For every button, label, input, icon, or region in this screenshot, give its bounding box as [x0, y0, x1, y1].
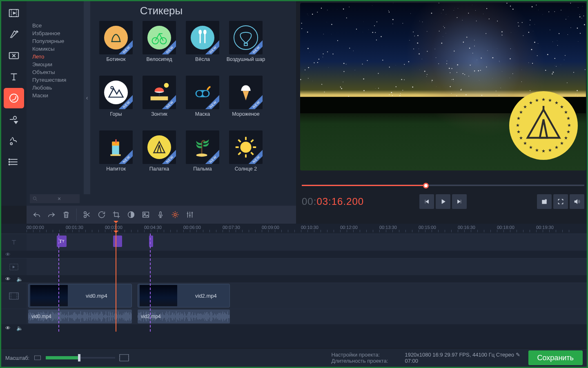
sticker-tile[interactable]: NEWПальма	[181, 130, 224, 184]
svg-point-122	[555, 58, 555, 59]
preview-scrubber[interactable]	[302, 181, 584, 189]
category-item[interactable]: Лето	[32, 53, 84, 61]
svg-point-207	[375, 88, 376, 89]
svg-text:★: ★	[555, 100, 559, 105]
svg-rect-387	[79, 314, 79, 319]
sticker-tile[interactable]: NEWМороженое	[224, 76, 267, 130]
category-item[interactable]: Объекты	[32, 68, 84, 76]
category-item[interactable]: Комиксы	[32, 45, 84, 53]
sticker-tile[interactable]: NEWГоры	[94, 76, 138, 130]
rail-media[interactable]	[4, 3, 24, 23]
sticker-tile[interactable]: NEWВелосипед	[138, 21, 181, 75]
rail-stickers[interactable]	[4, 88, 24, 108]
prev-frame-button[interactable]	[419, 194, 434, 209]
fullscreen-button[interactable]	[553, 194, 568, 209]
zoom-out-icon[interactable]	[33, 355, 42, 361]
sticker-tile[interactable]: NEWПалатка	[138, 130, 181, 184]
visibility-icon[interactable]: 👁	[5, 251, 11, 258]
popout-button[interactable]	[537, 194, 552, 209]
undo-button[interactable]	[30, 208, 44, 222]
category-item[interactable]: Популярные	[32, 37, 84, 45]
collapse-categories[interactable]: ‹	[84, 1, 90, 194]
sticker-tile[interactable]: NEWЗонтик	[138, 76, 181, 130]
svg-point-272	[486, 8, 487, 9]
split-button[interactable]	[80, 208, 94, 222]
edit-settings-icon[interactable]: ✎	[516, 352, 520, 358]
rail-filters[interactable]	[4, 24, 24, 45]
zoom-slider[interactable]	[46, 357, 115, 359]
svg-rect-505	[181, 314, 181, 319]
play-button[interactable]	[436, 194, 450, 209]
zoom-control[interactable]: Масштаб:	[5, 354, 129, 361]
category-item[interactable]: Все	[32, 22, 84, 29]
delete-button[interactable]	[59, 208, 73, 222]
svg-text:★: ★	[567, 123, 571, 128]
category-item[interactable]: Любовь	[32, 84, 84, 92]
svg-rect-375	[69, 315, 69, 317]
sticker-tile[interactable]: NEWВёсла	[181, 21, 224, 75]
video-track[interactable]: vid0.mp4vid2.mp4	[27, 283, 587, 309]
preview-sticker-tent[interactable]: ★★★★★★★★★★★★★★★★★★★★★★★★	[509, 91, 578, 160]
video-track-head[interactable]	[1, 283, 27, 309]
next-frame-button[interactable]	[452, 194, 467, 209]
preview-viewport[interactable]: ★★★★★★★★★★★★★★★★★★★★★★★★	[300, 3, 586, 171]
audio-track-head[interactable]	[1, 309, 27, 324]
svg-point-280	[321, 84, 322, 85]
rail-titles[interactable]	[4, 67, 24, 87]
svg-point-34	[400, 93, 401, 94]
zoom-in-icon[interactable]	[119, 354, 129, 361]
category-item[interactable]: Маски	[32, 92, 84, 99]
svg-point-182	[461, 90, 462, 91]
svg-point-279	[457, 17, 457, 18]
audio-clip[interactable]: vid2.mp4	[138, 310, 230, 323]
sticker-tile[interactable]: NEWВоздушный шар	[224, 21, 267, 75]
timeline-ruler[interactable]: 00:00:0000:01:3000:03:0000:04:3000:06:00…	[1, 224, 587, 233]
category-item[interactable]: Путешествия	[32, 76, 84, 84]
equalizer-button[interactable]	[183, 208, 197, 222]
svg-point-235	[561, 65, 561, 65]
category-item[interactable]: Избранное	[32, 29, 84, 37]
overlay-track-head[interactable]	[1, 258, 27, 275]
visibility-icon[interactable]: 👁	[5, 276, 11, 282]
clear-search-icon[interactable]: ×	[58, 195, 77, 202]
mute-icon[interactable]: 🔈	[16, 325, 23, 331]
svg-rect-453	[138, 313, 139, 321]
color-adjust-button[interactable]	[124, 208, 138, 222]
rail-transitions[interactable]	[4, 45, 24, 66]
svg-point-258	[378, 73, 379, 74]
sticker-tile[interactable]: NEWСолнце 2	[224, 130, 267, 184]
rail-callouts[interactable]	[4, 109, 24, 130]
audio-track[interactable]: vid0.mp4vid2.mp4	[27, 309, 587, 324]
redo-button[interactable]	[45, 208, 58, 222]
category-item[interactable]: Эмоции	[32, 61, 84, 68]
crop-button[interactable]	[109, 208, 123, 222]
svg-point-278	[389, 67, 390, 67]
clip-properties-button[interactable]	[168, 208, 182, 222]
visibility-icon[interactable]: 👁	[5, 325, 11, 331]
svg-point-223	[307, 48, 309, 49]
svg-rect-403	[92, 314, 92, 320]
timeline-marker[interactable]	[150, 233, 151, 332]
sticker-tile[interactable]: NEWНапиток	[94, 130, 138, 184]
sticker-tile[interactable]: NEWБотинок	[94, 21, 138, 75]
sticker-tile[interactable]: NEWМаска	[181, 76, 224, 130]
picture-button[interactable]	[139, 208, 153, 222]
title-clip[interactable]	[113, 236, 122, 247]
rail-more[interactable]	[4, 152, 24, 172]
svg-point-160	[324, 92, 325, 92]
title-track-head[interactable]	[1, 234, 27, 251]
scrubber-knob[interactable]	[423, 183, 429, 188]
title-track[interactable]: TT	[27, 234, 587, 251]
mute-icon[interactable]: 🔈	[16, 276, 23, 282]
mic-button[interactable]	[154, 208, 167, 222]
category-search[interactable]: ×	[30, 194, 80, 203]
rotate-button[interactable]	[95, 208, 109, 222]
timeline-marker[interactable]	[58, 233, 59, 332]
playhead[interactable]	[116, 233, 116, 332]
video-clip[interactable]: vid2.mp4	[138, 284, 230, 307]
rail-animation[interactable]	[4, 130, 24, 151]
save-button[interactable]: Сохранить	[528, 350, 583, 365]
svg-point-6	[9, 162, 10, 163]
overlay-track[interactable]	[27, 258, 587, 275]
volume-button[interactable]	[570, 194, 584, 209]
